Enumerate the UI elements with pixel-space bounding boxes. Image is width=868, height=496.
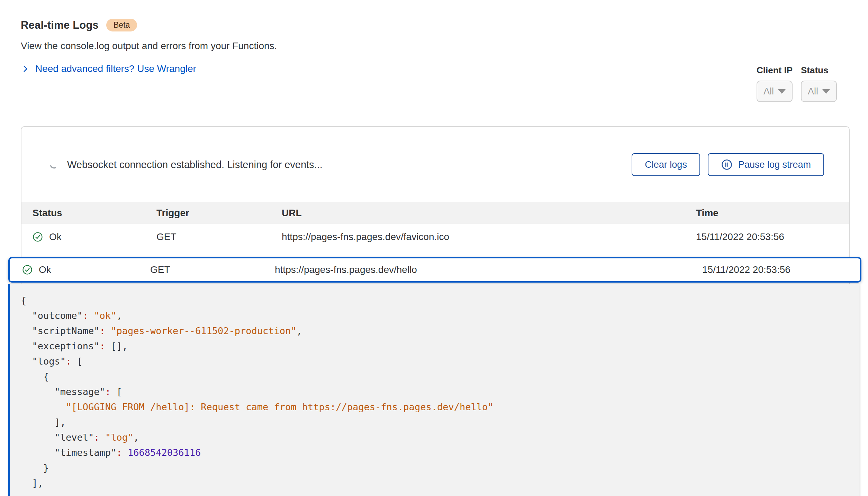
caret-down-icon — [822, 89, 830, 94]
pause-button-label: Pause log stream — [738, 159, 811, 170]
log-url: https://pages-fns.pages.dev/favicon.ico — [282, 231, 696, 242]
log-time: 15/11/2022 20:53:56 — [696, 231, 838, 242]
stream-status-bar: Websocket connection established. Listen… — [21, 127, 849, 202]
pause-log-stream-button[interactable]: Pause log stream — [708, 153, 824, 176]
log-url: https://pages-fns.pages.dev/hello — [275, 264, 702, 275]
log-json: { "outcome": "ok", "scriptName": "pages-… — [21, 293, 846, 491]
log-table-header: Status Trigger URL Time — [21, 202, 849, 224]
log-trigger: GET — [150, 264, 275, 275]
client-ip-dropdown[interactable]: All — [757, 81, 793, 102]
column-header-status: Status — [33, 208, 156, 219]
log-detail-panel: { "outcome": "ok", "scriptName": "pages-… — [8, 284, 859, 496]
page-title: Real-time Logs — [21, 19, 99, 31]
caret-down-icon — [778, 89, 786, 94]
status-dropdown[interactable]: All — [801, 81, 837, 102]
status-filter-label: Status — [801, 65, 837, 76]
stream-message: Websocket connection established. Listen… — [67, 159, 323, 171]
clear-logs-button[interactable]: Clear logs — [632, 153, 700, 176]
page-subtitle: View the console.log output and errors f… — [21, 40, 868, 52]
wrangler-link-label[interactable]: Need advanced filters? Use Wrangler — [35, 63, 196, 74]
status-filter-value: All — [808, 86, 818, 97]
wrangler-filters-link[interactable]: Need advanced filters? Use Wrangler — [21, 63, 868, 74]
beta-badge: Beta — [106, 19, 137, 31]
log-trigger: GET — [156, 231, 282, 242]
realtime-logs-page: Real-time Logs Beta View the console.log… — [0, 0, 868, 496]
client-ip-label: Client IP — [757, 65, 793, 76]
spinner-icon — [49, 160, 58, 169]
log-time: 15/11/2022 20:53:56 — [702, 264, 848, 275]
pause-icon — [721, 159, 733, 171]
client-ip-filter: Client IP All — [757, 65, 793, 102]
success-check-icon — [22, 265, 33, 275]
log-status: Ok — [49, 231, 62, 242]
log-status: Ok — [39, 264, 51, 275]
logs-card: Websocket connection established. Listen… — [21, 126, 850, 496]
table-row-selected[interactable]: Ok GET https://pages-fns.pages.dev/hello… — [8, 257, 861, 283]
client-ip-value: All — [763, 86, 774, 97]
log-filters: Client IP All Status All — [757, 65, 837, 102]
page-header: Real-time Logs Beta View the console.log… — [0, 0, 868, 74]
column-header-time: Time — [696, 208, 838, 219]
column-header-url: URL — [282, 208, 696, 219]
chevron-right-icon — [21, 64, 30, 73]
expanded-log-entry: Ok GET https://pages-fns.pages.dev/hello… — [8, 257, 861, 496]
success-check-icon — [33, 232, 43, 242]
table-row[interactable]: Ok GET https://pages-fns.pages.dev/favic… — [21, 224, 849, 250]
column-header-trigger: Trigger — [156, 208, 282, 219]
status-filter: Status All — [801, 65, 837, 102]
